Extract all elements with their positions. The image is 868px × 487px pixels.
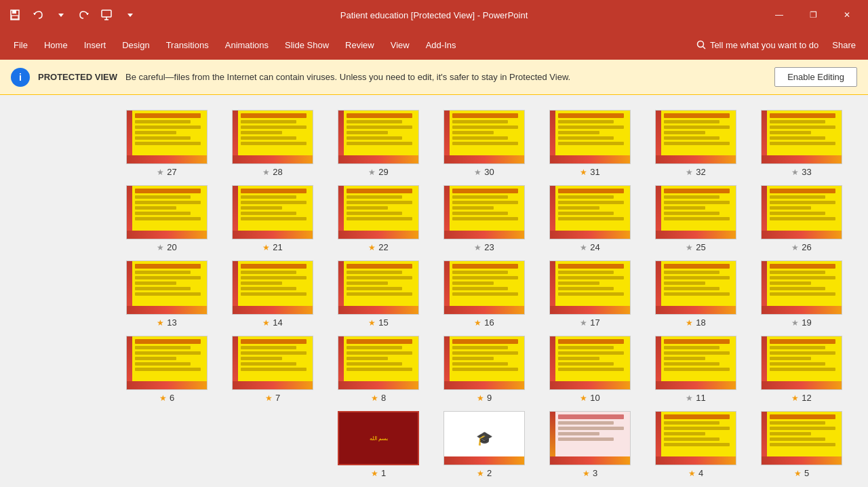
restore-button[interactable]: ❐ xyxy=(797,0,829,30)
slide-item-21[interactable]: ★21 xyxy=(225,185,320,252)
star-icon-7[interactable]: ★ xyxy=(265,393,273,403)
slide-number-19: 19 xyxy=(802,317,811,328)
star-icon-27[interactable]: ★ xyxy=(157,168,164,177)
slide-item-10[interactable]: ★10 xyxy=(542,336,637,403)
menu-insert[interactable]: Insert xyxy=(76,34,115,56)
star-icon-8[interactable]: ★ xyxy=(371,393,378,403)
save-icon[interactable] xyxy=(5,5,24,24)
slide-item-5[interactable]: ★5 xyxy=(754,411,849,478)
slide-item-2[interactable]: 🎓★2 xyxy=(437,411,532,478)
share-button[interactable]: Share xyxy=(825,37,863,53)
slide-item-8[interactable]: ★8 xyxy=(331,336,426,403)
window-controls: — ❐ ✕ xyxy=(764,0,863,30)
menu-animations[interactable]: Animations xyxy=(217,34,277,56)
slide-item-11[interactable]: ★11 xyxy=(648,336,743,403)
slide-item-19[interactable]: ★19 xyxy=(754,260,849,328)
svg-rect-2 xyxy=(12,16,18,19)
star-icon-6[interactable]: ★ xyxy=(159,393,167,403)
close-button[interactable]: ✕ xyxy=(831,0,863,30)
slide-item-17[interactable]: ★17 xyxy=(542,260,637,328)
slide-item-15[interactable]: ★15 xyxy=(331,260,426,328)
star-icon-10[interactable]: ★ xyxy=(580,393,587,403)
minimize-button[interactable]: — xyxy=(764,0,795,30)
undo-dropdown[interactable] xyxy=(52,5,71,24)
window-title: Patient education [Protected View] - Pow… xyxy=(340,10,528,20)
star-icon-4[interactable]: ★ xyxy=(688,469,696,478)
slide-item-1[interactable]: بسم الله★1 xyxy=(331,411,426,478)
slide-item-13[interactable]: ★13 xyxy=(119,260,214,328)
slide-item-16[interactable]: ★16 xyxy=(437,260,532,328)
star-icon-14[interactable]: ★ xyxy=(262,318,270,328)
star-icon-13[interactable]: ★ xyxy=(157,318,164,328)
star-icon-20[interactable]: ★ xyxy=(157,243,164,252)
star-icon-31[interactable]: ★ xyxy=(580,168,587,177)
menu-design[interactable]: Design xyxy=(114,34,157,56)
slide-number-24: 24 xyxy=(590,242,599,252)
slide-item-28[interactable]: ★28 xyxy=(225,110,320,177)
star-icon-21[interactable]: ★ xyxy=(262,243,270,252)
star-icon-23[interactable]: ★ xyxy=(474,243,481,252)
slide-item-32[interactable]: ★32 xyxy=(648,110,743,177)
star-icon-25[interactable]: ★ xyxy=(686,243,693,252)
slide-item-27[interactable]: ★27 xyxy=(119,110,214,177)
enable-editing-button[interactable]: Enable Editing xyxy=(774,67,857,87)
slide-item-29[interactable]: ★29 xyxy=(331,110,426,177)
star-icon-12[interactable]: ★ xyxy=(791,393,799,403)
star-icon-29[interactable]: ★ xyxy=(368,168,376,177)
slide-item-25[interactable]: ★25 xyxy=(648,185,743,252)
star-icon-18[interactable]: ★ xyxy=(686,318,693,328)
slide-number-17: 17 xyxy=(590,317,599,328)
menu-transitions[interactable]: Transitions xyxy=(158,34,217,56)
slide-item-30[interactable]: ★30 xyxy=(437,110,532,177)
star-icon-32[interactable]: ★ xyxy=(686,168,693,177)
menu-addins[interactable]: Add-Ins xyxy=(418,34,465,56)
menu-review[interactable]: Review xyxy=(337,34,382,56)
star-icon-30[interactable]: ★ xyxy=(474,168,481,177)
redo-icon[interactable] xyxy=(75,5,94,24)
slide-number-28: 28 xyxy=(273,167,282,177)
star-icon-22[interactable]: ★ xyxy=(368,243,376,252)
slide-item-26[interactable]: ★26 xyxy=(754,185,849,252)
slide-item-3[interactable]: ★3 xyxy=(542,411,637,478)
star-icon-2[interactable]: ★ xyxy=(477,469,484,478)
star-icon-19[interactable]: ★ xyxy=(791,318,799,328)
star-icon-1[interactable]: ★ xyxy=(371,469,378,478)
slide-item-14[interactable]: ★14 xyxy=(225,260,320,328)
menu-file[interactable]: File xyxy=(5,34,36,56)
slide-number-21: 21 xyxy=(273,242,282,252)
star-icon-33[interactable]: ★ xyxy=(791,168,799,177)
slide-item-23[interactable]: ★23 xyxy=(437,185,532,252)
slide-item-7[interactable]: ★7 xyxy=(225,336,320,403)
slide-item-22[interactable]: ★22 xyxy=(331,185,426,252)
slide-item-33[interactable]: ★33 xyxy=(754,110,849,177)
menu-home[interactable]: Home xyxy=(36,34,76,56)
svg-point-10 xyxy=(697,41,703,47)
star-icon-24[interactable]: ★ xyxy=(580,243,587,252)
protected-view-bar: i PROTECTED VIEW Be careful—files from t… xyxy=(0,60,868,95)
present-dropdown[interactable] xyxy=(121,5,140,24)
star-icon-26[interactable]: ★ xyxy=(791,243,799,252)
slide-item-6[interactable]: ★6 xyxy=(119,336,214,403)
star-icon-9[interactable]: ★ xyxy=(477,393,484,403)
star-icon-17[interactable]: ★ xyxy=(580,318,587,328)
star-icon-11[interactable]: ★ xyxy=(686,393,693,403)
slide-item-18[interactable]: ★18 xyxy=(648,260,743,328)
slide-item-12[interactable]: ★12 xyxy=(754,336,849,403)
undo-icon[interactable] xyxy=(28,5,47,24)
slide-item-31[interactable]: ★31 xyxy=(542,110,637,177)
star-icon-15[interactable]: ★ xyxy=(368,318,376,328)
menu-view[interactable]: View xyxy=(382,34,418,56)
slide-item-4[interactable]: ★4 xyxy=(648,411,743,478)
star-icon-5[interactable]: ★ xyxy=(794,469,802,478)
slide-number-2: 2 xyxy=(487,468,492,478)
slide-item-20[interactable]: ★20 xyxy=(119,185,214,252)
slide-item-24[interactable]: ★24 xyxy=(542,185,637,252)
star-icon-16[interactable]: ★ xyxy=(474,318,481,328)
slide-item-9[interactable]: ★9 xyxy=(437,336,532,403)
search-box[interactable]: Tell me what you want to do xyxy=(690,37,825,53)
star-icon-3[interactable]: ★ xyxy=(583,469,590,478)
slide-number-29: 29 xyxy=(378,167,388,177)
present-icon[interactable] xyxy=(98,5,117,24)
star-icon-28[interactable]: ★ xyxy=(262,168,270,177)
menu-slideshow[interactable]: Slide Show xyxy=(277,34,337,56)
